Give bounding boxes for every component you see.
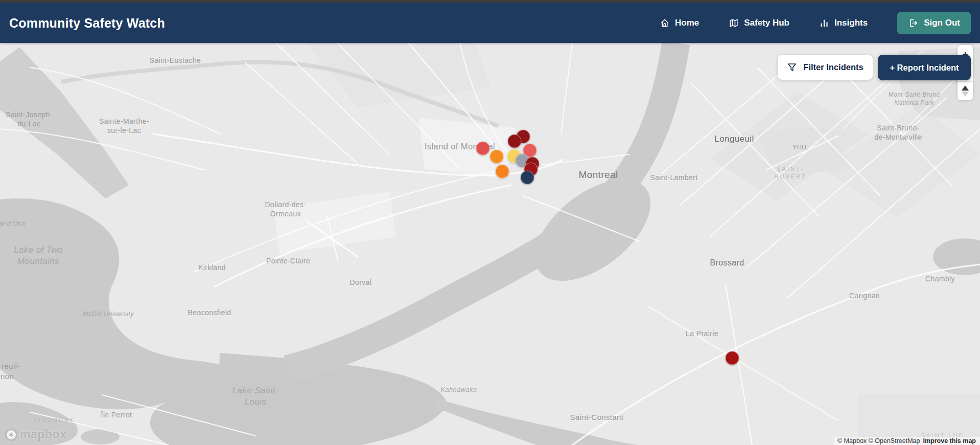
filter-incidents-label: Filter Incidents	[803, 62, 863, 72]
home-icon	[660, 18, 670, 28]
nav-safety-hub-label: Safety Hub	[744, 18, 789, 28]
app-header: Community Safety Watch Home Safety Hub I…	[0, 3, 980, 43]
sign-out-button[interactable]: Sign Out	[897, 12, 971, 34]
bar-chart-icon	[819, 18, 829, 28]
incident-marker[interactable]	[490, 150, 504, 164]
attribution-text: © Mapbox © OpenStreetMap	[837, 437, 920, 444]
map-icon	[729, 18, 739, 28]
main-nav: Home Safety Hub Insights Sign Out	[660, 12, 971, 34]
nav-home-label: Home	[675, 18, 699, 28]
incident-marker[interactable]	[521, 171, 534, 185]
incident-marker[interactable]	[508, 135, 522, 148]
filter-icon	[787, 62, 797, 73]
mapbox-logo[interactable]: ✶ mapbox	[5, 428, 66, 441]
mapbox-logo-text: mapbox	[20, 428, 66, 441]
nav-home[interactable]: Home	[660, 18, 699, 28]
sign-out-label: Sign Out	[924, 18, 960, 28]
improve-map-link[interactable]: Improve this map	[923, 437, 976, 444]
map-attribution: © Mapbox © OpenStreetMap Improve this ma…	[834, 437, 980, 445]
app-title: Community Safety Watch	[9, 16, 165, 31]
compass-icon	[962, 85, 969, 91]
incident-marker[interactable]	[496, 165, 509, 179]
top-strip	[0, 0, 980, 3]
map-canvas[interactable]: Saint-Eustache Saint-Joseph- du-Lac Sain…	[0, 0, 980, 445]
nav-insights-label: Insights	[834, 18, 868, 28]
logout-icon	[908, 18, 918, 28]
nav-safety-hub[interactable]: Safety Hub	[729, 18, 789, 28]
compass-icon-south	[962, 92, 969, 97]
filter-incidents-button[interactable]: Filter Incidents	[778, 55, 873, 80]
mapbox-logo-icon: ✶	[5, 429, 17, 441]
compass-button[interactable]	[958, 82, 973, 100]
nav-insights[interactable]: Insights	[819, 18, 868, 28]
incident-marker[interactable]	[726, 351, 739, 365]
incident-marker[interactable]	[476, 142, 490, 155]
report-incident-button[interactable]: + Report Incident	[878, 55, 971, 80]
